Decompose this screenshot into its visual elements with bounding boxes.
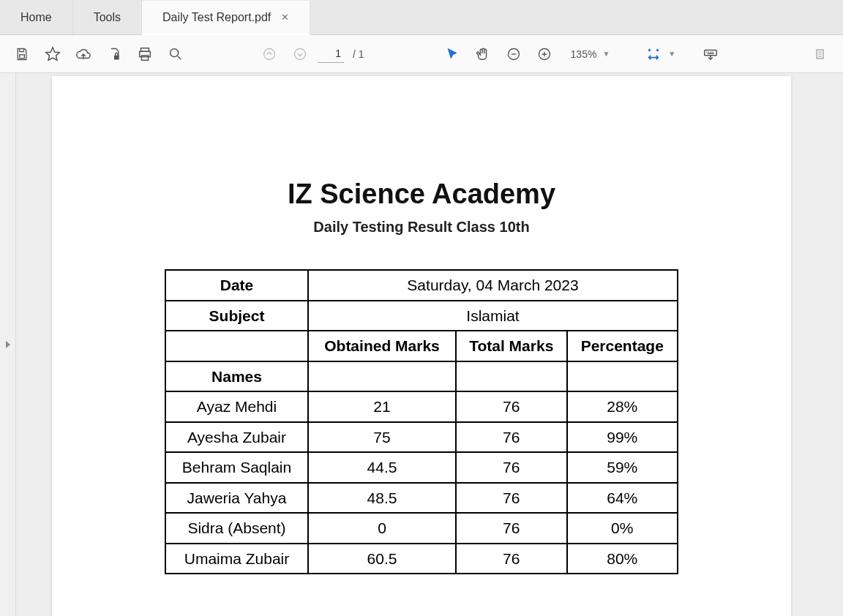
col-total: Total Marks [456, 331, 567, 361]
percent-cell: 99% [567, 422, 678, 453]
page-down-icon[interactable] [287, 41, 313, 67]
name-cell: Ayesha Zubair [165, 422, 308, 453]
total-cell: 76 [456, 452, 567, 483]
total-cell: 76 [456, 544, 567, 574]
doc-title: IZ Science Academy [81, 179, 762, 210]
col-percent: Percentage [567, 331, 678, 361]
tab-bar: Home Tools Daily Test Report.pdf ✕ [0, 0, 843, 35]
more-tools-icon[interactable] [808, 41, 834, 67]
report-table: Date Saturday, 04 March 2023 Subject Isl… [165, 269, 678, 574]
subject-label: Subject [165, 301, 308, 331]
svg-point-6 [171, 48, 179, 56]
chevron-down-icon: ▼ [602, 50, 610, 58]
name-cell: Sidra (Absent) [165, 513, 308, 544]
table-row: Behram Saqlain 44.5 76 59% [165, 452, 678, 483]
total-cell: 76 [456, 422, 567, 453]
svg-rect-2 [114, 55, 119, 59]
cursor-icon[interactable] [439, 41, 465, 67]
name-cell: Ayaz Mehdi [165, 391, 308, 422]
toolbar: / 1 135% ▼ ▼ [0, 35, 843, 73]
table-row: Umaima Zubair 60.5 76 80% [165, 544, 678, 574]
obtained-cell: 21 [308, 391, 456, 422]
svg-rect-11 [705, 50, 717, 55]
page-number-input[interactable] [318, 45, 344, 63]
svg-marker-1 [46, 47, 59, 59]
name-cell: Jaweria Yahya [165, 483, 308, 514]
page-total-label: / 1 [353, 48, 364, 60]
percent-cell: 80% [567, 544, 678, 574]
zoom-in-icon[interactable] [531, 41, 558, 67]
date-value: Saturday, 04 March 2023 [308, 270, 678, 301]
page-up-icon[interactable] [256, 41, 282, 67]
table-row: Ayaz Mehdi 21 76 28% [165, 391, 678, 422]
svg-rect-5 [141, 55, 148, 59]
table-row: Obtained Marks Total Marks Percentage [165, 331, 678, 361]
date-label: Date [165, 270, 308, 301]
percent-cell: 64% [567, 483, 678, 514]
tab-home-label: Home [20, 11, 52, 24]
percent-cell: 0% [567, 513, 678, 544]
tab-home[interactable]: Home [0, 0, 73, 34]
table-row: Date Saturday, 04 March 2023 [165, 270, 678, 301]
svg-point-8 [295, 48, 306, 59]
table-row: Subject Islamiat [165, 301, 678, 331]
sidebar-collapse-handle[interactable] [0, 73, 16, 616]
obtained-cell: 75 [308, 422, 456, 453]
name-cell: Behram Saqlain [165, 452, 308, 483]
obtained-cell: 44.5 [308, 452, 456, 483]
table-row: Jaweria Yahya 48.5 76 64% [165, 483, 678, 514]
col-obtained: Obtained Marks [308, 331, 456, 361]
svg-point-7 [264, 48, 275, 59]
table-row: Names [165, 361, 678, 392]
tab-document[interactable]: Daily Test Report.pdf ✕ [142, 1, 310, 35]
percent-cell: 59% [567, 452, 678, 483]
table-row: Ayesha Zubair 75 76 99% [165, 422, 678, 453]
obtained-cell: 48.5 [308, 483, 456, 514]
percent-cell: 28% [567, 391, 678, 422]
total-cell: 76 [456, 513, 567, 544]
file-lock-icon[interactable] [101, 41, 127, 67]
name-cell: Umaima Zubair [165, 544, 308, 574]
tab-tools[interactable]: Tools [73, 0, 142, 34]
fit-dropdown-icon[interactable]: ▼ [668, 50, 675, 58]
table-row: Sidra (Absent) 0 76 0% [165, 513, 678, 544]
close-icon[interactable]: ✕ [281, 12, 289, 23]
zoom-percent-label: 135% [571, 48, 597, 60]
keyboard-icon[interactable] [697, 41, 724, 67]
tab-tools-label: Tools [94, 11, 121, 24]
doc-subtitle: Daily Testing Result Class 10th [81, 219, 762, 236]
hand-icon[interactable] [470, 41, 496, 67]
obtained-cell: 60.5 [308, 544, 456, 574]
total-cell: 76 [456, 483, 567, 514]
document-viewer[interactable]: IZ Science Academy Daily Testing Result … [0, 73, 843, 616]
print-icon[interactable] [132, 41, 158, 67]
save-icon[interactable] [9, 41, 35, 67]
zoom-percent-select[interactable]: 135% ▼ [566, 48, 615, 60]
tab-document-label: Daily Test Report.pdf [162, 11, 271, 24]
cloud-upload-icon[interactable] [70, 41, 97, 67]
zoom-out-icon[interactable] [501, 41, 527, 67]
star-icon[interactable] [40, 41, 66, 67]
search-icon[interactable] [162, 41, 189, 67]
pdf-page: IZ Science Academy Daily Testing Result … [52, 76, 791, 616]
fit-width-icon[interactable] [640, 41, 667, 67]
total-cell: 76 [456, 391, 567, 422]
obtained-cell: 0 [308, 513, 456, 544]
svg-rect-0 [20, 54, 25, 58]
col-names: Names [165, 361, 308, 392]
subject-value: Islamiat [308, 301, 678, 331]
